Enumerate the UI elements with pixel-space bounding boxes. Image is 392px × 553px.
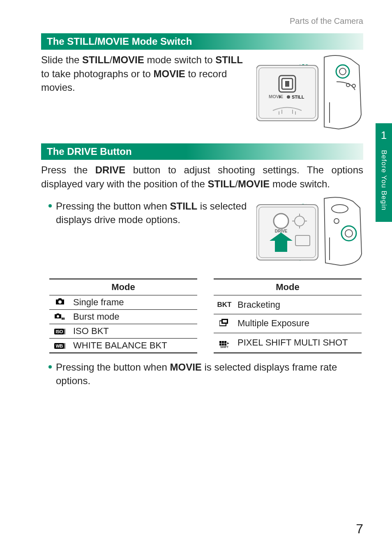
still-movie-switch-illustration: MOVIE STILL <box>256 53 363 131</box>
svg-rect-21 <box>62 318 63 320</box>
drive-mode-table-left: Mode Single frame Burst mode ISO| ISO BK… <box>49 279 197 353</box>
svg-point-11 <box>345 230 353 237</box>
drive-button-illustration: DRIVE <box>256 196 363 266</box>
svg-point-13 <box>334 219 339 224</box>
table-row: Burst mode <box>49 310 197 324</box>
bullet-icon <box>48 365 52 369</box>
table-row: WB| WHITE BALANCE BKT <box>49 339 197 353</box>
svg-point-19 <box>58 300 62 304</box>
burst-icon <box>55 314 65 322</box>
svg-rect-25 <box>223 320 227 323</box>
table-row: Multiple Exposure <box>214 314 362 333</box>
illus-label-movie: MOVIE <box>269 94 283 99</box>
wb-bkt-icon: WB| <box>54 341 65 349</box>
svg-point-10 <box>341 226 356 241</box>
breadcrumb: Parts of the Camera <box>41 16 363 26</box>
svg-rect-4 <box>256 65 318 121</box>
bullet-movie: Pressing the button when MOVIE is select… <box>56 361 363 387</box>
svg-point-16 <box>274 214 288 228</box>
bkt-icon: BKT <box>217 301 232 309</box>
pixel-shift-icon: ▸ SHIFT <box>219 341 229 348</box>
svg-point-0 <box>336 65 349 78</box>
table-row: Single frame <box>49 295 197 310</box>
illus-label-still: STILL <box>292 94 304 99</box>
svg-point-12 <box>332 205 348 213</box>
section2-intro: Press the DRIVE button to adjust shootin… <box>41 163 363 191</box>
bullet-still: Pressing the button when STILL is select… <box>56 200 248 226</box>
table-row: ▸ SHIFT PIXEL SHIFT MULTI SHOT <box>214 333 362 353</box>
section-header-still-movie: The STILL/MOVIE Mode Switch <box>41 33 363 50</box>
svg-rect-22 <box>63 318 65 320</box>
svg-point-20 <box>57 315 59 318</box>
multi-exposure-icon <box>219 320 229 328</box>
svg-rect-8 <box>285 81 289 87</box>
bullet-icon <box>48 204 52 207</box>
iso-bkt-icon: ISO| <box>54 327 65 335</box>
section-header-drive: The DRIVE Button <box>41 143 363 160</box>
section1-body: Slide the STILL/MOVIE mode switch to STI… <box>41 53 248 94</box>
table-header: Mode <box>214 279 362 295</box>
page-number: 7 <box>356 521 363 537</box>
svg-point-9 <box>287 95 290 99</box>
table-row: ISO| ISO BKT <box>49 324 197 339</box>
table-row: BKT Bracketing <box>214 295 362 314</box>
drive-mode-tables: Mode Single frame Burst mode ISO| ISO BK… <box>49 279 363 353</box>
table-header: Mode <box>49 279 197 295</box>
svg-point-3 <box>352 84 355 88</box>
camera-icon <box>55 299 65 307</box>
svg-point-1 <box>339 68 346 75</box>
drive-mode-table-right: Mode BKT Bracketing Multiple Exposure ▸ … <box>214 279 362 353</box>
